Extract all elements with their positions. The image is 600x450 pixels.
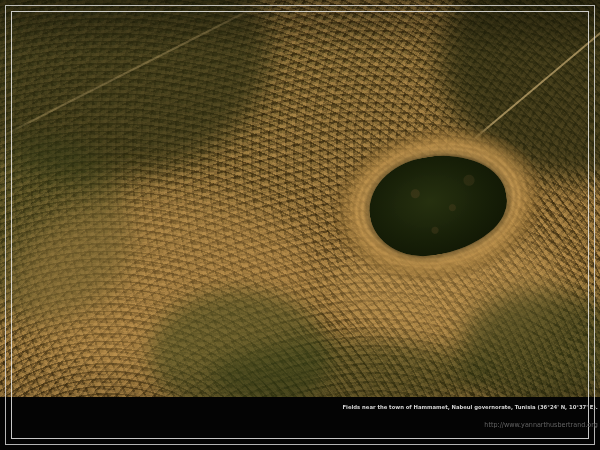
- aerial-photo: [0, 0, 600, 450]
- desktop-wallpaper: Fields near the town of Hammamet, Nabeul…: [0, 0, 600, 450]
- caption-location-line: Fields near the town of Hammamet, Nabeul…: [211, 395, 598, 414]
- caption-url-line: http://www.yannarthusbertrand.org: [211, 413, 598, 432]
- vignette-shading: [0, 0, 600, 450]
- photo-caption: Fields near the town of Hammamet, Nabeul…: [211, 395, 598, 432]
- caption-location-text: Fields near the town of Hammamet, Nabeul…: [343, 405, 598, 411]
- caption-url-text: http://www.yannarthusbertrand.org: [485, 422, 598, 429]
